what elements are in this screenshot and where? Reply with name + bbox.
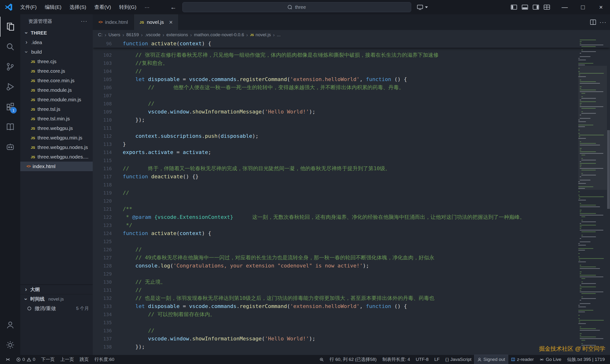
code-line[interactable]: 134 // 可以控制着留存在体内。: [93, 310, 610, 318]
z-reader[interactable]: z-reader: [508, 355, 537, 364]
zoom-indicator[interactable]: [317, 355, 327, 364]
tree-item-build[interactable]: ›build: [20, 47, 93, 57]
menu-selection[interactable]: 选择(S): [65, 0, 90, 14]
line-number[interactable]: 114: [93, 148, 112, 156]
vertical-scrollbar[interactable]: [607, 39, 610, 355]
tab-size[interactable]: 制表符长度: 4: [379, 355, 413, 364]
line-number[interactable]: 133: [93, 302, 112, 310]
screencast-dropdown[interactable]: [416, 4, 428, 11]
tree-item-three.webgpu.min.js[interactable]: JSthree.webgpu.min.js: [20, 133, 93, 143]
timeline-entry[interactable]: 撤消/重做 5 个月: [20, 304, 93, 313]
line-number[interactable]: 125: [93, 237, 112, 246]
line-number[interactable]: 109: [93, 108, 112, 116]
menu-edit[interactable]: 编辑(E): [41, 0, 65, 14]
tree-item-three.tsl.min.js[interactable]: JSthree.tsl.min.js: [20, 114, 93, 123]
line-number[interactable]: 117: [93, 173, 112, 181]
line-number[interactable]: 106: [93, 83, 112, 91]
line-number[interactable]: 112: [93, 132, 112, 140]
line-number[interactable]: 134: [93, 310, 112, 318]
code-line[interactable]: 129: [93, 270, 610, 278]
more-actions-icon[interactable]: ···: [599, 19, 607, 26]
code-line[interactable]: 115: [93, 156, 610, 165]
breadcrumb-item[interactable]: ...: [277, 32, 281, 38]
customize-layout-button[interactable]: [541, 0, 552, 14]
menu-view[interactable]: 查看(V): [90, 0, 115, 14]
explorer-icon[interactable]: [0, 17, 20, 37]
tree-item-three.webgpu.nodes.js[interactable]: JSthree.webgpu.nodes.js: [20, 143, 93, 152]
code-line[interactable]: 114exports.activate = activate;: [93, 148, 610, 156]
close-button[interactable]: ×: [592, 0, 610, 14]
breadcrumb-item[interactable]: Users: [108, 32, 120, 38]
tree-item-three.core.min.js[interactable]: JSthree.core.min.js: [20, 76, 93, 85]
sticky-scroll-line[interactable]: 96function activate(context) {: [93, 39, 610, 48]
line-number[interactable]: 132: [93, 294, 112, 302]
line-number[interactable]: 119: [93, 189, 112, 197]
line-number[interactable]: 113: [93, 140, 112, 148]
settings-gear-icon[interactable]: [0, 335, 20, 355]
tab-index-html[interactable]: <>index.html: [93, 14, 134, 30]
workspace-root-row[interactable]: › THREE: [20, 28, 93, 38]
jump-page-button[interactable]: 跳页: [77, 355, 91, 364]
code-line[interactable]: 107: [93, 91, 610, 100]
scrollbar-thumb[interactable]: [607, 130, 610, 209]
toggle-primary-sidebar-button[interactable]: [508, 0, 519, 14]
reader-view-icon[interactable]: [0, 117, 20, 137]
line-length-button[interactable]: 行长度:60: [91, 355, 117, 364]
code-line[interactable]: 108 //: [93, 100, 610, 108]
line-number[interactable]: 116: [93, 165, 112, 173]
close-icon[interactable]: ×: [169, 19, 173, 25]
code-line[interactable]: 120: [93, 197, 610, 205]
tree-item-three.core.js[interactable]: JSthree.core.js: [20, 66, 93, 76]
prev-page-button[interactable]: 上一页: [57, 355, 77, 364]
tree-item-three.tsl.js[interactable]: JSthree.tsl.js: [20, 104, 93, 114]
line-number[interactable]: 104: [93, 67, 112, 75]
code-line[interactable]: 119//: [93, 189, 610, 197]
maximize-button[interactable]: □: [574, 0, 592, 14]
cursor-position[interactable]: 行 60, 列 62 (已选择58): [327, 355, 379, 364]
accounts-icon[interactable]: [0, 315, 20, 335]
code-line[interactable]: 136 //: [93, 326, 610, 335]
code-line[interactable]: 112 context.subscriptions.push(disposabl…: [93, 132, 610, 140]
timeline-section[interactable]: › 时间线 novel.js: [20, 294, 93, 304]
remote-button[interactable]: [2, 355, 13, 364]
extensions-icon[interactable]: 1: [0, 97, 20, 117]
code-line[interactable]: 130 // 无止境。: [93, 278, 610, 286]
code-line[interactable]: 117function deactivate() {}: [93, 173, 610, 181]
line-number[interactable]: 126: [93, 246, 112, 254]
line-number[interactable]: 110: [93, 116, 112, 124]
eol[interactable]: LF: [431, 355, 442, 364]
code-line[interactable]: 131 //: [93, 286, 610, 294]
tree-item-index.html[interactable]: <>index.html: [20, 162, 93, 171]
search-input[interactable]: three: [182, 2, 411, 12]
line-number[interactable]: 96: [93, 39, 112, 48]
breadcrumb-item[interactable]: extensions: [166, 32, 188, 38]
line-number[interactable]: 124: [93, 229, 112, 237]
tree-item-three.module.js[interactable]: JSthree.module.js: [20, 85, 93, 95]
tree-item-three.module.min.js[interactable]: JSthree.module.min.js: [20, 95, 93, 104]
code-line[interactable]: 132 // 也是这一刻，张羽发现春秋无尽禅达到第10级之后，这门功法的排毒能力…: [93, 294, 610, 302]
code-line[interactable]: 110 });: [93, 116, 610, 124]
minimap[interactable]: [578, 39, 607, 355]
menu-more[interactable]: ···: [140, 0, 154, 14]
source-control-icon[interactable]: [0, 57, 20, 77]
line-number[interactable]: 136: [93, 326, 112, 335]
line-number[interactable]: 108: [93, 100, 112, 108]
line-number[interactable]: 138: [93, 343, 112, 351]
line-number[interactable]: 105: [93, 75, 112, 83]
code-line[interactable]: 116// 终于，伴随着又一轮春秋无尽禅的完成，张羽的目光陡然间一凝，他的春秋无…: [93, 165, 610, 173]
go-live[interactable]: Go Live: [537, 355, 564, 364]
code-line[interactable]: 103 //复和愈合。: [93, 59, 610, 67]
line-number[interactable]: 103: [93, 59, 112, 67]
breadcrumb-item[interactable]: mathon.code-novel-0.0.6: [194, 32, 244, 38]
minimize-button[interactable]: —: [556, 0, 574, 14]
code-line[interactable]: 137 vscode.window.showInformationMessage…: [93, 335, 610, 343]
toggle-secondary-sidebar-button[interactable]: [530, 0, 541, 14]
reader-progress[interactable]: 仙族.txt 395 | 1719: [564, 355, 608, 364]
run-debug-icon[interactable]: [0, 77, 20, 97]
tab-novel-js[interactable]: JSnovel.js×: [134, 14, 179, 30]
code-line[interactable]: 102 // 张羽正在修行着春秋无尽禅，只见他每一组动作做完，体内的筋肉都像是在…: [93, 51, 610, 59]
code-line[interactable]: 106 // 他整个人便在这一秋一春一死一生的轮转中，变得越来越强大，并不断排出…: [93, 83, 610, 91]
code-line[interactable]: 125: [93, 237, 610, 246]
code-line[interactable]: 126 //: [93, 246, 610, 254]
account-status[interactable]: Signed out: [474, 355, 508, 364]
